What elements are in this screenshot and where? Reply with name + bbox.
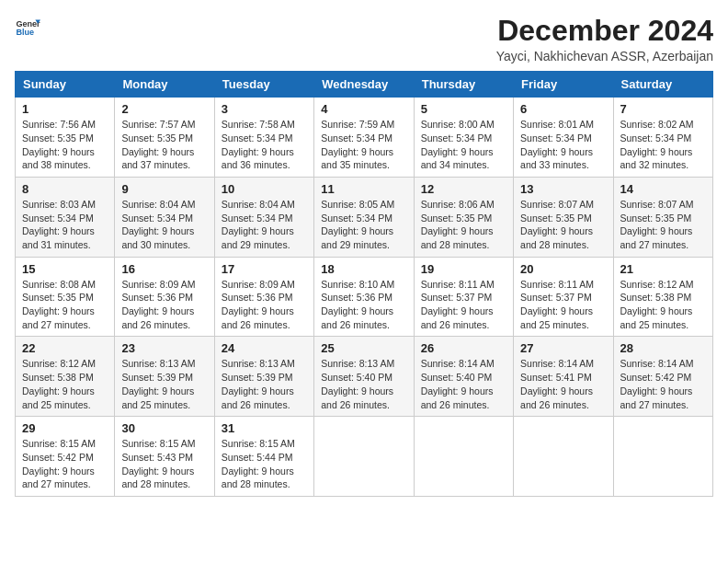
day-info: Sunrise: 8:07 AMSunset: 5:35 PMDaylight:… xyxy=(520,198,606,252)
day-number: 3 xyxy=(222,102,307,116)
day-info: Sunrise: 7:56 AMSunset: 5:35 PMDaylight:… xyxy=(22,118,108,172)
day-number: 29 xyxy=(22,421,108,435)
day-number: 28 xyxy=(620,341,706,355)
calendar-week-row: 8Sunrise: 8:03 AMSunset: 5:34 PMDaylight… xyxy=(16,177,713,257)
calendar-cell: 24Sunrise: 8:13 AMSunset: 5:39 PMDayligh… xyxy=(214,337,313,417)
day-info: Sunrise: 8:04 AMSunset: 5:34 PMDaylight:… xyxy=(121,198,207,252)
day-number: 17 xyxy=(222,262,307,276)
calendar-cell xyxy=(414,417,513,497)
weekday-header: Monday xyxy=(115,72,214,98)
day-number: 14 xyxy=(620,182,706,196)
calendar-cell: 26Sunrise: 8:14 AMSunset: 5:40 PMDayligh… xyxy=(414,337,513,417)
calendar-cell: 17Sunrise: 8:09 AMSunset: 5:36 PMDayligh… xyxy=(214,257,313,337)
day-info: Sunrise: 8:13 AMSunset: 5:39 PMDaylight:… xyxy=(222,357,307,411)
calendar-cell: 22Sunrise: 8:12 AMSunset: 5:38 PMDayligh… xyxy=(16,337,115,417)
calendar-cell: 20Sunrise: 8:11 AMSunset: 5:37 PMDayligh… xyxy=(514,257,613,337)
calendar-cell: 31Sunrise: 8:15 AMSunset: 5:44 PMDayligh… xyxy=(214,417,313,497)
day-info: Sunrise: 8:00 AMSunset: 5:34 PMDaylight:… xyxy=(421,118,506,172)
calendar-cell: 4Sunrise: 7:59 AMSunset: 5:34 PMDaylight… xyxy=(314,98,414,178)
calendar-week-row: 22Sunrise: 8:12 AMSunset: 5:38 PMDayligh… xyxy=(16,337,713,417)
day-info: Sunrise: 8:12 AMSunset: 5:38 PMDaylight:… xyxy=(620,278,706,332)
calendar-cell: 12Sunrise: 8:06 AMSunset: 5:35 PMDayligh… xyxy=(414,177,513,257)
calendar-cell: 3Sunrise: 7:58 AMSunset: 5:34 PMDaylight… xyxy=(214,98,313,178)
weekday-header: Wednesday xyxy=(314,72,414,98)
calendar-cell: 10Sunrise: 8:04 AMSunset: 5:34 PMDayligh… xyxy=(214,177,313,257)
calendar-cell: 15Sunrise: 8:08 AMSunset: 5:35 PMDayligh… xyxy=(16,257,115,337)
day-info: Sunrise: 8:01 AMSunset: 5:34 PMDaylight:… xyxy=(520,118,606,172)
weekday-header: Friday xyxy=(514,72,613,98)
calendar-cell: 16Sunrise: 8:09 AMSunset: 5:36 PMDayligh… xyxy=(115,257,214,337)
day-info: Sunrise: 8:14 AMSunset: 5:41 PMDaylight:… xyxy=(520,357,606,411)
svg-text:Blue: Blue xyxy=(16,28,34,37)
day-number: 18 xyxy=(321,262,406,276)
calendar-cell: 1Sunrise: 7:56 AMSunset: 5:35 PMDaylight… xyxy=(16,98,115,178)
day-info: Sunrise: 8:02 AMSunset: 5:34 PMDaylight:… xyxy=(620,118,706,172)
weekday-header: Sunday xyxy=(16,72,115,98)
day-number: 25 xyxy=(321,341,406,355)
calendar-cell xyxy=(613,417,712,497)
page-header: General Blue December 2024 Yayci, Nakhic… xyxy=(15,15,713,63)
calendar-cell: 28Sunrise: 8:14 AMSunset: 5:42 PMDayligh… xyxy=(613,337,712,417)
weekday-header: Thursday xyxy=(414,72,513,98)
calendar-cell: 14Sunrise: 8:07 AMSunset: 5:35 PMDayligh… xyxy=(613,177,712,257)
day-number: 24 xyxy=(222,341,307,355)
day-info: Sunrise: 8:15 AMSunset: 5:42 PMDaylight:… xyxy=(22,437,108,491)
day-number: 31 xyxy=(222,421,307,435)
day-info: Sunrise: 8:07 AMSunset: 5:35 PMDaylight:… xyxy=(620,198,706,252)
calendar-cell: 27Sunrise: 8:14 AMSunset: 5:41 PMDayligh… xyxy=(514,337,613,417)
logo-icon: General Blue xyxy=(15,15,40,40)
day-number: 20 xyxy=(520,262,606,276)
day-number: 16 xyxy=(121,262,207,276)
weekday-header: Tuesday xyxy=(214,72,313,98)
day-info: Sunrise: 8:12 AMSunset: 5:38 PMDaylight:… xyxy=(22,357,108,411)
calendar-week-row: 29Sunrise: 8:15 AMSunset: 5:42 PMDayligh… xyxy=(16,417,713,497)
calendar-cell: 9Sunrise: 8:04 AMSunset: 5:34 PMDaylight… xyxy=(115,177,214,257)
day-number: 4 xyxy=(321,102,406,116)
day-info: Sunrise: 8:11 AMSunset: 5:37 PMDaylight:… xyxy=(520,278,606,332)
logo: General Blue xyxy=(15,15,40,40)
day-number: 1 xyxy=(22,102,108,116)
calendar-cell: 29Sunrise: 8:15 AMSunset: 5:42 PMDayligh… xyxy=(16,417,115,497)
calendar-cell xyxy=(314,417,414,497)
calendar-cell: 11Sunrise: 8:05 AMSunset: 5:34 PMDayligh… xyxy=(314,177,414,257)
calendar-cell: 13Sunrise: 8:07 AMSunset: 5:35 PMDayligh… xyxy=(514,177,613,257)
calendar-cell: 21Sunrise: 8:12 AMSunset: 5:38 PMDayligh… xyxy=(613,257,712,337)
day-number: 27 xyxy=(520,341,606,355)
day-number: 11 xyxy=(321,182,406,196)
main-title: December 2024 xyxy=(496,15,713,47)
day-number: 26 xyxy=(421,341,506,355)
calendar-table: SundayMondayTuesdayWednesdayThursdayFrid… xyxy=(15,71,713,497)
day-info: Sunrise: 8:05 AMSunset: 5:34 PMDaylight:… xyxy=(321,198,406,252)
day-number: 30 xyxy=(121,421,207,435)
day-number: 6 xyxy=(520,102,606,116)
calendar-cell: 8Sunrise: 8:03 AMSunset: 5:34 PMDaylight… xyxy=(16,177,115,257)
day-info: Sunrise: 7:59 AMSunset: 5:34 PMDaylight:… xyxy=(321,118,406,172)
day-info: Sunrise: 8:03 AMSunset: 5:34 PMDaylight:… xyxy=(22,198,108,252)
day-number: 8 xyxy=(22,182,108,196)
day-info: Sunrise: 8:14 AMSunset: 5:40 PMDaylight:… xyxy=(421,357,506,411)
day-number: 22 xyxy=(22,341,108,355)
calendar-week-row: 1Sunrise: 7:56 AMSunset: 5:35 PMDaylight… xyxy=(16,98,713,178)
day-number: 12 xyxy=(421,182,506,196)
calendar-cell: 19Sunrise: 8:11 AMSunset: 5:37 PMDayligh… xyxy=(414,257,513,337)
day-number: 2 xyxy=(121,102,207,116)
day-info: Sunrise: 8:13 AMSunset: 5:39 PMDaylight:… xyxy=(121,357,207,411)
calendar-cell: 18Sunrise: 8:10 AMSunset: 5:36 PMDayligh… xyxy=(314,257,414,337)
day-info: Sunrise: 8:10 AMSunset: 5:36 PMDaylight:… xyxy=(321,278,406,332)
day-info: Sunrise: 8:15 AMSunset: 5:44 PMDaylight:… xyxy=(222,437,307,491)
day-info: Sunrise: 8:13 AMSunset: 5:40 PMDaylight:… xyxy=(321,357,406,411)
day-info: Sunrise: 8:04 AMSunset: 5:34 PMDaylight:… xyxy=(222,198,307,252)
calendar-cell xyxy=(514,417,613,497)
calendar-cell: 2Sunrise: 7:57 AMSunset: 5:35 PMDaylight… xyxy=(115,98,214,178)
day-info: Sunrise: 8:09 AMSunset: 5:36 PMDaylight:… xyxy=(222,278,307,332)
day-info: Sunrise: 8:06 AMSunset: 5:35 PMDaylight:… xyxy=(421,198,506,252)
day-info: Sunrise: 8:08 AMSunset: 5:35 PMDaylight:… xyxy=(22,278,108,332)
day-number: 15 xyxy=(22,262,108,276)
title-block: December 2024 Yayci, Nakhichevan ASSR, A… xyxy=(496,15,713,63)
calendar-cell: 6Sunrise: 8:01 AMSunset: 5:34 PMDaylight… xyxy=(514,98,613,178)
day-number: 19 xyxy=(421,262,506,276)
day-info: Sunrise: 7:58 AMSunset: 5:34 PMDaylight:… xyxy=(222,118,307,172)
calendar-week-row: 15Sunrise: 8:08 AMSunset: 5:35 PMDayligh… xyxy=(16,257,713,337)
day-number: 13 xyxy=(520,182,606,196)
day-number: 23 xyxy=(121,341,207,355)
